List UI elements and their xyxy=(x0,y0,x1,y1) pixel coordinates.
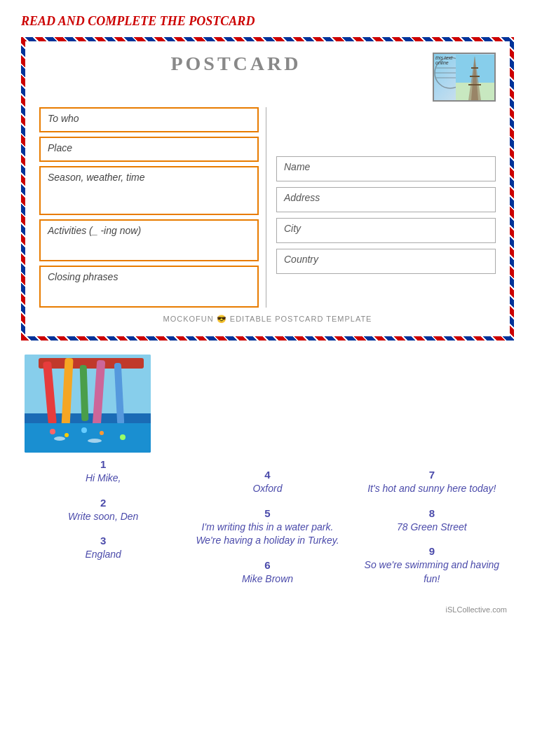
postcard-footer: MOCKOFUN 😎 EDITABLE POSTCARD TEMPLATE xyxy=(39,315,496,324)
svg-point-13 xyxy=(81,427,87,433)
col-3: 7 It's hot and sunny here today! 8 78 Gr… xyxy=(353,355,510,591)
activity-item-6: 6 Mike Brown xyxy=(189,554,346,592)
field-closing: Closing phrases xyxy=(39,266,259,308)
activity-item-7: 7 It's hot and sunny here today! xyxy=(353,463,510,502)
activity-item-2: 2 Write soon, Den xyxy=(25,491,182,530)
field-address: Address xyxy=(276,187,496,212)
svg-rect-10 xyxy=(468,84,481,85)
activity-item-1: 1 Hi Mike, xyxy=(25,453,182,491)
svg-rect-9 xyxy=(471,67,478,69)
svg-point-17 xyxy=(88,439,102,443)
activity-item-8: 8 78 Green Street xyxy=(353,502,510,540)
svg-rect-8 xyxy=(470,76,480,77)
field-activities: Activities (_ -ing now) xyxy=(39,219,259,261)
stamp: this textonline xyxy=(433,53,496,102)
svg-point-11 xyxy=(50,429,55,434)
field-place: Place xyxy=(39,137,259,162)
col-1: 1 Hi Mike, 2 Write soon, Den 3 England xyxy=(25,355,182,591)
postcard-container: POSTCARD this textonline xyxy=(21,37,514,341)
postcard-box: POSTCARD this textonline xyxy=(29,46,506,332)
field-city: City xyxy=(276,218,496,243)
activity-item-4: 4 Oxford xyxy=(189,463,346,502)
field-to-who: To who xyxy=(39,107,259,132)
activity-section: 1 Hi Mike, 2 Write soon, Den 3 England 4… xyxy=(21,355,514,591)
field-season: Season, weather, time xyxy=(39,166,259,215)
svg-point-16 xyxy=(54,437,65,441)
activity-item-9: 9 So we're swimming and having fun! xyxy=(353,539,510,591)
col-2: 4 Oxford 5 I'm writing this in a water p… xyxy=(189,355,346,591)
svg-point-12 xyxy=(65,433,69,437)
page-title: READ AND COMPLETE THE POSTCARD xyxy=(21,14,514,29)
activity-item-5: 5 I'm writing this in a water park. We'r… xyxy=(189,502,346,554)
isl-footer: iSLCollective.com xyxy=(21,605,514,614)
field-country: Country xyxy=(276,249,496,274)
field-name: Name xyxy=(276,156,496,181)
svg-point-15 xyxy=(120,434,126,440)
activity-grid: 1 Hi Mike, 2 Write soon, Den 3 England 4… xyxy=(25,355,510,591)
svg-point-14 xyxy=(100,431,104,435)
water-park-image xyxy=(25,355,151,453)
postcard-heading: POSTCARD xyxy=(170,53,301,75)
activity-item-3: 3 England xyxy=(25,529,182,568)
